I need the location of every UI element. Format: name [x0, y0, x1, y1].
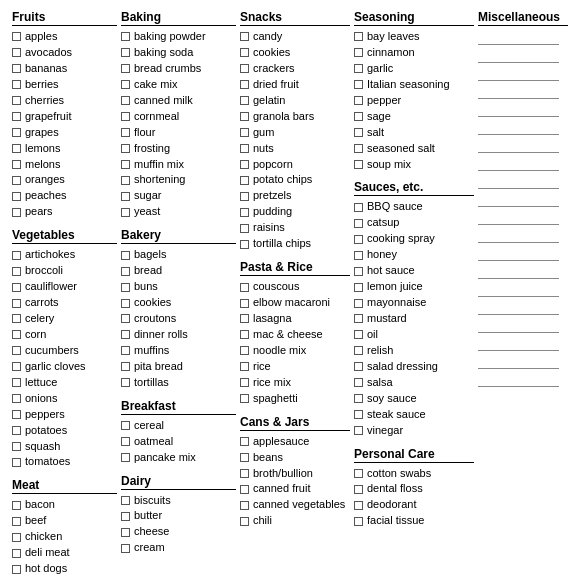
list-item[interactable]: cinnamon: [354, 45, 474, 61]
checkbox-icon[interactable]: [240, 208, 249, 217]
list-item[interactable]: cotton swabs: [354, 466, 474, 482]
checkbox-icon[interactable]: [121, 283, 130, 292]
list-item[interactable]: rice mix: [240, 375, 350, 391]
checkbox-icon[interactable]: [121, 64, 130, 73]
list-item[interactable]: corn: [12, 327, 117, 343]
checkbox-icon[interactable]: [12, 410, 21, 419]
checkbox-icon[interactable]: [354, 378, 363, 387]
checkbox-icon[interactable]: [354, 203, 363, 212]
list-item[interactable]: peppers: [12, 407, 117, 423]
list-item[interactable]: lemons: [12, 141, 117, 157]
list-item[interactable]: bread: [121, 263, 236, 279]
list-item[interactable]: bananas: [12, 61, 117, 77]
list-item[interactable]: cornmeal: [121, 109, 236, 125]
list-item[interactable]: BBQ sauce: [354, 199, 474, 215]
list-item[interactable]: broccoli: [12, 263, 117, 279]
checkbox-icon[interactable]: [121, 32, 130, 41]
list-item[interactable]: frosting: [121, 141, 236, 157]
checkbox-icon[interactable]: [354, 517, 363, 526]
list-item[interactable]: peaches: [12, 188, 117, 204]
list-item[interactable]: mustard: [354, 311, 474, 327]
checkbox-icon[interactable]: [240, 330, 249, 339]
list-item[interactable]: melons: [12, 157, 117, 173]
checkbox-icon[interactable]: [12, 64, 21, 73]
list-item[interactable]: muffins: [121, 343, 236, 359]
checkbox-icon[interactable]: [240, 283, 249, 292]
list-item[interactable]: pudding: [240, 204, 350, 220]
checkbox-icon[interactable]: [354, 485, 363, 494]
list-item[interactable]: cherries: [12, 93, 117, 109]
list-item[interactable]: elbow macaroni: [240, 295, 350, 311]
list-item[interactable]: pita bread: [121, 359, 236, 375]
list-item[interactable]: butter: [121, 508, 236, 524]
list-item[interactable]: potatoes: [12, 423, 117, 439]
checkbox-icon[interactable]: [240, 437, 249, 446]
checkbox-icon[interactable]: [240, 517, 249, 526]
list-item[interactable]: spaghetti: [240, 391, 350, 407]
list-item[interactable]: sage: [354, 109, 474, 125]
checkbox-icon[interactable]: [354, 426, 363, 435]
list-item[interactable]: oil: [354, 327, 474, 343]
list-item[interactable]: baking powder: [121, 29, 236, 45]
list-item[interactable]: mac & cheese: [240, 327, 350, 343]
list-item[interactable]: cookies: [240, 45, 350, 61]
checkbox-icon[interactable]: [12, 144, 21, 153]
checkbox-icon[interactable]: [354, 346, 363, 355]
list-item[interactable]: noodle mix: [240, 343, 350, 359]
checkbox-icon[interactable]: [354, 128, 363, 137]
list-item[interactable]: pancake mix: [121, 450, 236, 466]
checkbox-icon[interactable]: [121, 251, 130, 260]
checkbox-icon[interactable]: [12, 394, 21, 403]
checkbox-icon[interactable]: [354, 219, 363, 228]
list-item[interactable]: pretzels: [240, 188, 350, 204]
list-item[interactable]: tortilla chips: [240, 236, 350, 252]
checkbox-icon[interactable]: [240, 48, 249, 57]
list-item[interactable]: bread crumbs: [121, 61, 236, 77]
list-item[interactable]: oatmeal: [121, 434, 236, 450]
list-item[interactable]: candy: [240, 29, 350, 45]
list-item[interactable]: pepper: [354, 93, 474, 109]
list-item[interactable]: dinner rolls: [121, 327, 236, 343]
checkbox-icon[interactable]: [354, 410, 363, 419]
list-item[interactable]: chicken: [12, 529, 117, 545]
checkbox-icon[interactable]: [240, 362, 249, 371]
list-item[interactable]: honey: [354, 247, 474, 263]
checkbox-icon[interactable]: [240, 299, 249, 308]
list-item[interactable]: facial tissue: [354, 513, 474, 529]
list-item[interactable]: carrots: [12, 295, 117, 311]
list-item[interactable]: canned vegetables: [240, 497, 350, 513]
checkbox-icon[interactable]: [121, 112, 130, 121]
list-item[interactable]: apples: [12, 29, 117, 45]
checkbox-icon[interactable]: [354, 251, 363, 260]
checkbox-icon[interactable]: [240, 346, 249, 355]
list-item[interactable]: squash: [12, 439, 117, 455]
checkbox-icon[interactable]: [354, 469, 363, 478]
list-item[interactable]: bay leaves: [354, 29, 474, 45]
checkbox-icon[interactable]: [12, 176, 21, 185]
checkbox-icon[interactable]: [240, 80, 249, 89]
checkbox-icon[interactable]: [354, 283, 363, 292]
list-item[interactable]: cheese: [121, 524, 236, 540]
list-item[interactable]: seasoned salt: [354, 141, 474, 157]
checkbox-icon[interactable]: [240, 192, 249, 201]
list-item[interactable]: cauliflower: [12, 279, 117, 295]
list-item[interactable]: oranges: [12, 172, 117, 188]
checkbox-icon[interactable]: [121, 330, 130, 339]
list-item[interactable]: artichokes: [12, 247, 117, 263]
checkbox-icon[interactable]: [240, 32, 249, 41]
checkbox-icon[interactable]: [354, 314, 363, 323]
list-item[interactable]: popcorn: [240, 157, 350, 173]
checkbox-icon[interactable]: [354, 501, 363, 510]
list-item[interactable]: cake mix: [121, 77, 236, 93]
list-item[interactable]: bagels: [121, 247, 236, 263]
list-item[interactable]: garlic cloves: [12, 359, 117, 375]
list-item[interactable]: gum: [240, 125, 350, 141]
list-item[interactable]: applesauce: [240, 434, 350, 450]
list-item[interactable]: catsup: [354, 215, 474, 231]
list-item[interactable]: gelatin: [240, 93, 350, 109]
list-item[interactable]: dental floss: [354, 481, 474, 497]
checkbox-icon[interactable]: [121, 176, 130, 185]
list-item[interactable]: baking soda: [121, 45, 236, 61]
list-item[interactable]: flour: [121, 125, 236, 141]
checkbox-icon[interactable]: [12, 346, 21, 355]
